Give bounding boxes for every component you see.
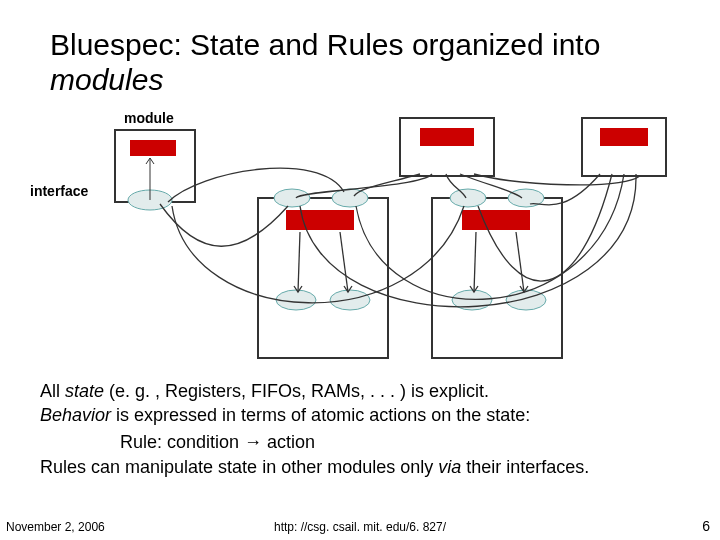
module-center	[258, 189, 388, 358]
svg-rect-15	[462, 210, 530, 230]
body2-italic: Behavior	[40, 405, 111, 425]
rule-suffix: action	[262, 432, 315, 452]
body2-rest: is expressed in terms of atomic actions …	[111, 405, 530, 425]
svg-rect-7	[600, 128, 648, 146]
module-diagram	[0, 0, 720, 370]
body1-prefix: All	[40, 381, 65, 401]
module-top-middle	[400, 118, 494, 176]
label-interface: interface	[30, 183, 88, 199]
body-line-2: Behavior is expressed in terms of atomic…	[40, 404, 680, 427]
body1-italic: state	[65, 381, 104, 401]
svg-point-10	[274, 189, 310, 207]
module-top-right	[582, 118, 666, 176]
body3-prefix: Rules can manipulate state in other modu…	[40, 457, 438, 477]
body-line-3: Rules can manipulate state in other modu…	[40, 456, 680, 479]
rule-line: Rule: condition → action	[120, 432, 680, 453]
svg-point-11	[332, 189, 368, 207]
module-right	[432, 189, 562, 358]
rule-prefix: Rule: condition	[120, 432, 244, 452]
wires	[160, 168, 640, 307]
svg-point-19	[506, 290, 546, 310]
label-module: module	[124, 110, 174, 126]
svg-rect-1	[130, 140, 176, 156]
body3-italic: via	[438, 457, 461, 477]
footer-page-number: 6	[702, 518, 710, 534]
arrow-icon: →	[244, 432, 262, 452]
svg-rect-5	[420, 128, 474, 146]
footer-url: http: //csg. csail. mit. edu/6. 827/	[0, 520, 720, 534]
module-top-left	[115, 130, 195, 210]
slide: Bluespec: State and Rules organized into…	[0, 0, 720, 540]
body3-rest: their interfaces.	[461, 457, 589, 477]
svg-rect-6	[582, 118, 666, 176]
svg-point-13	[330, 290, 370, 310]
svg-rect-9	[286, 210, 354, 230]
svg-point-16	[450, 189, 486, 207]
svg-rect-4	[400, 118, 494, 176]
body-line-1: All state (e. g. , Registers, FIFOs, RAM…	[40, 380, 680, 403]
body1-rest: (e. g. , Registers, FIFOs, RAMs, . . . )…	[104, 381, 489, 401]
